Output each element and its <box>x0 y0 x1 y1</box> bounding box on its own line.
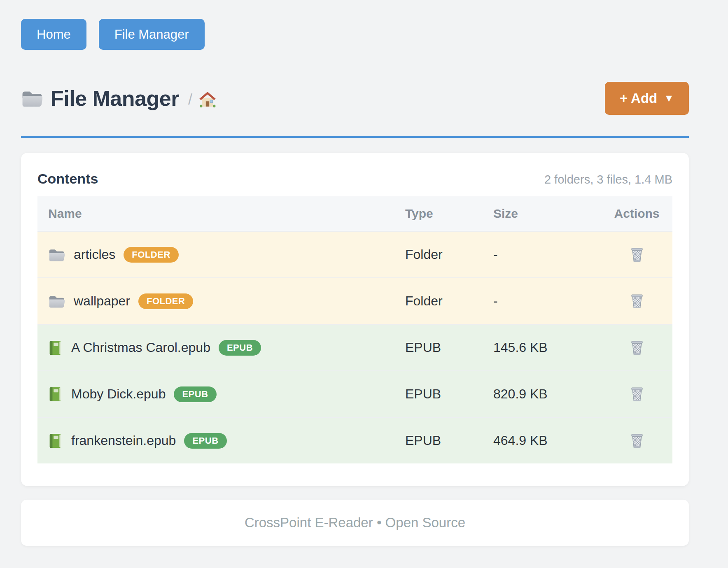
book-icon <box>48 386 62 403</box>
cell-size: 464.9 KB <box>493 433 601 448</box>
table-body: articlesFOLDERFolder-wallpaperFOLDERFold… <box>37 231 672 463</box>
cell-size: - <box>493 293 601 309</box>
type-badge: EPUB <box>184 433 226 449</box>
cell-size: - <box>493 247 601 262</box>
item-name-link[interactable]: frankenstein.epub <box>71 433 176 448</box>
nav-file-manager-button[interactable]: File Manager <box>99 19 205 50</box>
cell-actions <box>601 384 672 404</box>
cell-name: frankenstein.epubEPUB <box>37 433 405 449</box>
nav-buttons: Home File Manager <box>21 19 689 50</box>
cell-name: wallpaperFOLDER <box>37 293 405 309</box>
cell-size: 820.9 KB <box>493 386 601 402</box>
page-header: File Manager / + Add ▼ <box>21 82 689 115</box>
contents-table: Name Type Size Actions articlesFOLDERFol… <box>37 196 672 463</box>
cell-name: articlesFOLDER <box>37 247 405 263</box>
contents-heading: Contents <box>37 171 98 187</box>
cell-actions <box>601 245 672 265</box>
home-icon[interactable] <box>199 91 216 108</box>
item-name-link[interactable]: Moby Dick.epub <box>71 386 166 402</box>
item-name-link[interactable]: wallpaper <box>74 293 130 309</box>
delete-button[interactable] <box>628 245 646 265</box>
cell-actions <box>601 291 672 311</box>
type-badge: FOLDER <box>124 247 178 263</box>
cell-actions <box>601 431 672 451</box>
column-header-type: Type <box>405 207 493 221</box>
folder-icon <box>48 294 65 308</box>
trash-icon <box>630 386 644 403</box>
page: Home File Manager File Manager / + Add ▼ <box>0 0 728 546</box>
footer-text: CrossPoint E-Reader • Open Source <box>245 515 465 531</box>
cell-actions <box>601 338 672 358</box>
trash-icon <box>630 247 644 263</box>
header-divider <box>21 136 689 138</box>
table-row: Moby Dick.epubEPUBEPUB820.9 KB <box>37 370 672 417</box>
cell-type: EPUB <box>405 340 493 355</box>
trash-icon <box>630 433 644 449</box>
breadcrumb-separator: / <box>188 91 192 108</box>
type-badge: EPUB <box>219 340 261 356</box>
caret-down-icon: ▼ <box>664 92 674 104</box>
item-name-link[interactable]: A Christmas Carol.epub <box>71 340 210 355</box>
delete-button[interactable] <box>628 431 646 451</box>
folder-icon <box>48 248 65 262</box>
cell-type: Folder <box>405 247 493 262</box>
cell-name: A Christmas Carol.epubEPUB <box>37 340 405 356</box>
page-title: File Manager <box>51 86 179 111</box>
trash-icon <box>630 340 644 356</box>
contents-card: Contents 2 folders, 3 files, 1.4 MB Name… <box>21 153 689 486</box>
table-row: A Christmas Carol.epubEPUBEPUB145.6 KB <box>37 324 672 370</box>
item-name-link[interactable]: articles <box>74 247 115 262</box>
cell-type: Folder <box>405 293 493 309</box>
book-icon <box>48 433 62 449</box>
cell-size: 145.6 KB <box>493 340 601 355</box>
table-row: frankenstein.epubEPUBEPUB464.9 KB <box>37 417 672 463</box>
table-row: articlesFOLDERFolder- <box>37 231 672 277</box>
folder-icon <box>21 89 42 107</box>
cell-type: EPUB <box>405 433 493 448</box>
trash-icon <box>630 293 644 310</box>
delete-button[interactable] <box>628 338 646 358</box>
contents-summary: 2 folders, 3 files, 1.4 MB <box>544 173 672 186</box>
delete-button[interactable] <box>628 291 646 311</box>
footer: CrossPoint E-Reader • Open Source <box>21 500 689 546</box>
type-badge: FOLDER <box>138 293 193 309</box>
column-header-actions: Actions <box>601 207 672 221</box>
delete-button[interactable] <box>628 384 646 404</box>
book-icon <box>48 340 62 356</box>
add-button-label: + Add <box>620 91 657 106</box>
table-row: wallpaperFOLDERFolder- <box>37 277 672 324</box>
type-badge: EPUB <box>174 386 216 402</box>
cell-name: Moby Dick.epubEPUB <box>37 386 405 403</box>
cell-type: EPUB <box>405 386 493 402</box>
column-header-name: Name <box>37 207 405 221</box>
add-button[interactable]: + Add ▼ <box>605 82 689 115</box>
column-header-size: Size <box>493 207 601 221</box>
nav-home-button[interactable]: Home <box>21 19 86 50</box>
table-header: Name Type Size Actions <box>37 196 672 231</box>
